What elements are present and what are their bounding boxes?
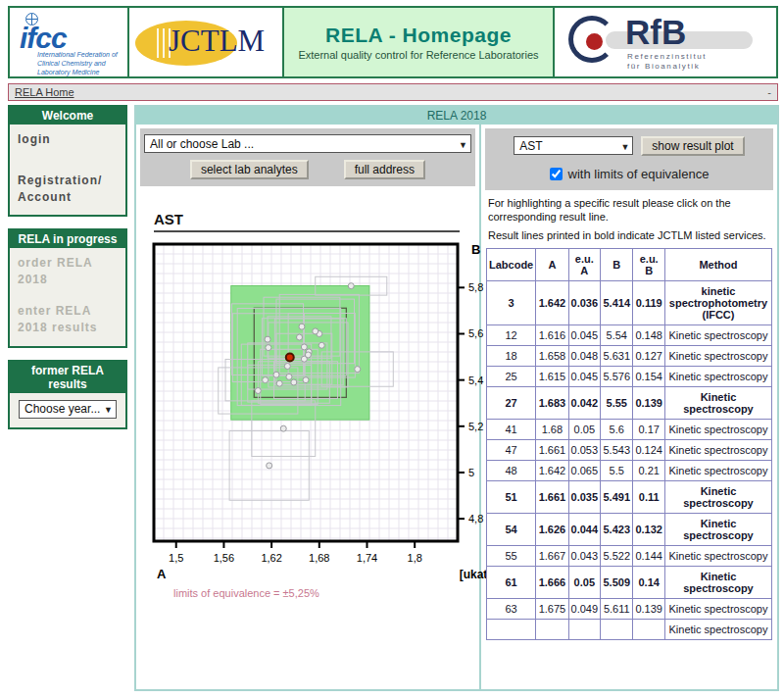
value-cell: 1.642 [536, 460, 568, 480]
value-cell: 0.139 [633, 386, 665, 419]
show-result-plot-button[interactable]: show result plot [641, 136, 744, 156]
result-row[interactable]: 251.6150.0455.5760.154Kinetic spectrosco… [487, 366, 772, 386]
result-row[interactable]: 411.680.055.60.17Kinetic spectroscopy [487, 419, 772, 439]
result-row[interactable]: Kinetic spectroscopy [487, 619, 772, 639]
value-cell: 0.045 [568, 366, 601, 386]
value-cell: 5.543 [601, 439, 633, 460]
value-cell: 0.053 [568, 439, 601, 460]
value-cell [536, 619, 568, 639]
rfb-dot-icon [586, 33, 603, 50]
rfb-logo: RfB Referenzinstitut für Bioanalytik [555, 8, 776, 76]
chevron-down-icon [620, 139, 629, 153]
value-cell: 0.042 [568, 386, 601, 419]
sidebar-item-registration[interactable]: Registration/ Account [10, 166, 125, 206]
full-address-button[interactable]: full address [344, 160, 425, 179]
content: Welcome login Registration/ Account RELA… [0, 105, 784, 691]
value-cell: 0.119 [633, 280, 665, 325]
value-cell: 41 [487, 419, 536, 439]
value-cell: 63 [487, 598, 536, 619]
result-point [276, 380, 282, 386]
method-cell: Kinetic spectroscopy [664, 345, 771, 366]
equivalence-checkbox[interactable] [550, 168, 563, 180]
value-cell: 0.049 [568, 598, 601, 619]
breadcrumb-bar: RELA Home - [8, 83, 778, 101]
rfb-subtitle: Referenzinstitut für Bioanalytik [627, 52, 707, 73]
chart-title: AST [154, 211, 479, 227]
value-cell: 5.631 [601, 345, 633, 366]
result-point [291, 379, 297, 385]
select-lab-analytes-button[interactable]: select lab analytes [190, 160, 309, 179]
y-axis-label: B [471, 242, 480, 257]
result-row[interactable]: 541.6260.0445.4230.132Kinetic spectrosco… [487, 513, 772, 545]
value-cell: 0.144 [633, 545, 665, 566]
method-cell: Kinetic spectroscopy [664, 460, 771, 480]
result-row[interactable]: 471.6610.0535.5430.124Kinetic spectrosco… [487, 439, 772, 460]
value-cell: 0.21 [633, 460, 665, 480]
result-point [255, 387, 261, 393]
reference-point [286, 354, 294, 362]
analyte-select-value: AST [519, 139, 542, 153]
value-cell: 0.14 [633, 566, 665, 598]
jctlm-logo: JCTLM [129, 8, 284, 76]
value-cell: 0.124 [633, 439, 665, 460]
x-tick-label: 1,56 [214, 552, 234, 564]
method-cell: kinetic spectrophotometry (IFCC) [664, 280, 771, 325]
value-cell: 0.036 [568, 280, 601, 325]
value-cell: 48 [487, 460, 536, 480]
sidebar-item-login[interactable]: login [10, 125, 125, 148]
instruction-line-2: Result lines printed in bold indicate JC… [488, 228, 770, 242]
x-tick-label: 1,62 [261, 552, 281, 564]
result-row[interactable]: 181.6580.0485.6310.127Kinetic spectrosco… [487, 345, 772, 366]
rela-home-link[interactable]: RELA Home [15, 86, 74, 98]
value-cell: 5.522 [601, 545, 633, 566]
value-cell [568, 619, 601, 639]
value-cell [633, 619, 665, 639]
result-point [273, 372, 279, 377]
sidebar-item-order-rela[interactable]: order RELA 2018 [10, 248, 125, 288]
value-cell: 1.616 [536, 325, 568, 345]
method-cell: Kinetic spectroscopy [664, 480, 771, 513]
year-select[interactable]: Choose year... [19, 400, 117, 419]
value-cell: 55 [487, 545, 536, 566]
value-cell: 0.05 [568, 419, 601, 439]
column-header: e.u. A [568, 248, 601, 280]
header: ifcc International Federation of Clinica… [8, 6, 778, 78]
method-cell: Kinetic spectroscopy [664, 513, 771, 545]
value-cell: 1.615 [536, 366, 568, 386]
sidebar-box-former-results: former RELA results Choose year... [8, 360, 127, 429]
result-row[interactable]: 481.6420.0655.50.21Kinetic spectroscopy [487, 460, 772, 480]
value-cell: 5.6 [601, 419, 633, 439]
method-cell: Kinetic spectroscopy [664, 598, 771, 619]
sidebar-item-enter-results[interactable]: enter RELA 2018 results [10, 296, 125, 336]
lab-select-value: All or choose Lab ... [150, 137, 254, 151]
x-tick-label: 1,74 [357, 552, 377, 564]
equivalence-region [231, 286, 369, 421]
method-cell: Kinetic spectroscopy [664, 439, 771, 460]
value-cell: 1.661 [536, 480, 568, 513]
sidebar-in-progress-title: RELA in progress [10, 230, 125, 248]
result-row[interactable]: 611.6660.055.5090.14Kinetic spectroscopy [487, 566, 772, 598]
result-row[interactable]: 551.6670.0435.5220.144Kinetic spectrosco… [487, 545, 772, 566]
value-cell: 5.414 [601, 280, 633, 325]
result-row[interactable]: 631.6750.0495.6110.139Kinetic spectrosco… [487, 598, 772, 619]
result-row[interactable]: 511.6610.0355.4910.11Kinetic spectroscop… [487, 480, 772, 513]
result-point [280, 425, 286, 431]
sidebar-box-in-progress: RELA in progress order RELA 2018 enter R… [8, 228, 127, 347]
analyte-select[interactable]: AST [514, 136, 633, 155]
value-cell: 5.611 [601, 598, 633, 619]
value-cell: 5.5 [601, 460, 633, 480]
result-row[interactable]: 31.6420.0365.4140.119kinetic spectrophot… [487, 280, 772, 325]
value-cell: 0.127 [633, 345, 665, 366]
column-header: e.u. B [633, 248, 665, 280]
value-cell: 5.491 [601, 480, 633, 513]
instruction-line-1: For highlighting a specific result pleas… [488, 196, 770, 225]
result-plot: 1,51,561,621,681,741,85,85,65,45,254,8BA… [152, 242, 479, 587]
lab-select[interactable]: All or choose Lab ... [144, 134, 471, 153]
plot-column: All or choose Lab ... select lab analyte… [136, 125, 481, 689]
result-point [266, 345, 271, 351]
value-cell: 1.626 [536, 513, 568, 545]
value-cell: 0.148 [633, 325, 665, 345]
value-cell: 5.423 [601, 513, 633, 545]
result-row[interactable]: 121.6160.0455.540.148Kinetic spectroscop… [487, 325, 772, 345]
result-row[interactable]: 271.6830.0425.550.139Kinetic spectroscop… [487, 386, 772, 419]
